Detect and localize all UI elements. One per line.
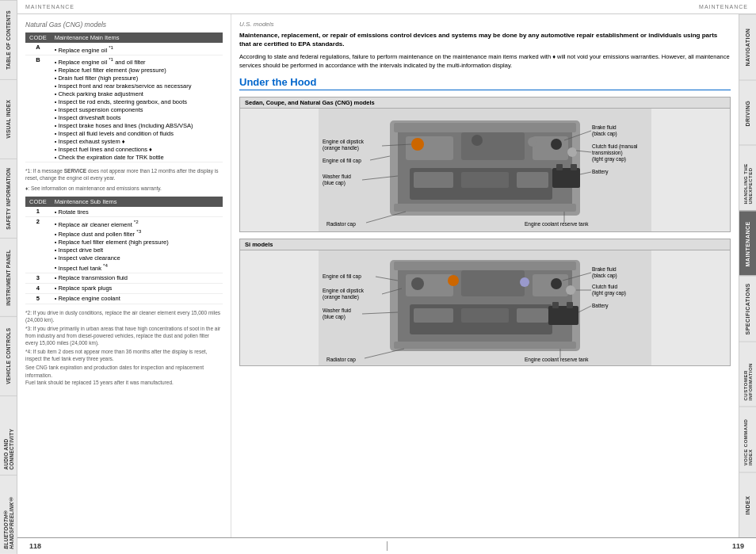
table-row: 3 Replace transmission fluid [25,273,223,283]
list-item: Rotate tires [55,208,219,216]
svg-rect-9 [517,172,548,188]
svg-text:Engine coolant reserve tank: Engine coolant reserve tank [525,357,589,363]
sidebar-item-maintenance[interactable]: MAINTENANCE [739,211,756,277]
svg-point-52 [448,275,459,286]
us-models-label: U.S. models [239,21,731,28]
left-maintenance-label: MAINTENANCE [25,2,74,11]
sub-table-header-code: CODE [25,197,51,207]
svg-rect-59 [394,262,576,270]
svg-text:Radiator cap: Radiator cap [326,221,356,227]
sidebar-item-visual-index[interactable]: VISUAL INDEX [0,79,17,159]
svg-rect-8 [461,172,509,188]
footnote-4: *4: If sub item 2 does not appear more t… [25,348,223,362]
svg-text:(orange handle): (orange handle) [323,294,359,300]
table-row: A Replace engine oil *1 [25,43,223,55]
svg-text:Brake fluid: Brake fluid [592,266,617,272]
left-column: Natural Gas (CNG) models CODE Maintenanc… [17,14,231,537]
right-nav: NAVIGATION DRIVING HANDLING THE UNEXPECT… [739,14,756,537]
list-item: Inspect valve clearance [55,254,219,262]
svg-text:Battery: Battery [592,303,609,309]
main-table-header-items: Maintenance Main Items [51,32,223,43]
svg-point-53 [520,277,529,287]
footnote-3: *3: If you drive primarily in urban area… [25,325,223,346]
svg-rect-60 [394,342,576,349]
svg-rect-17 [571,164,577,170]
list-item: Inspect fuel lines and connections ♦ [55,145,219,153]
footer-divider [387,541,388,551]
svg-rect-58 [567,302,573,308]
svg-text:Radiator cap: Radiator cap [326,357,356,363]
code-b: B [25,55,51,162]
svg-point-54 [551,278,562,289]
svg-point-10 [411,138,424,151]
svg-text:(orange handle): (orange handle) [323,145,359,151]
code-1-items: Rotate tires [51,207,223,217]
svg-point-14 [567,147,577,157]
table-row: 5 Replace engine coolant [25,293,223,304]
table-row: 2 Replace air cleaner element *2 Replace… [25,217,223,273]
sidebar-item-safety[interactable]: SAFETY INFORMATION [0,159,17,238]
svg-rect-18 [394,123,576,132]
svg-rect-5 [533,136,568,160]
si-diagram-title: Si models [240,239,730,250]
svg-point-55 [566,285,575,295]
code-5-items: Replace engine coolant [51,293,223,304]
left-nav: TABLE OF CONTENTS VISUAL INDEX SAFETY IN… [0,0,17,554]
page-footer: 118 119 [17,537,756,554]
sidebar-item-voice[interactable]: VOICE COMMAND INDEX [739,407,756,472]
sidebar-item-navigation[interactable]: NAVIGATION [739,14,756,80]
svg-rect-19 [394,204,576,212]
code-1: 1 [25,207,51,217]
svg-text:(black cap): (black cap) [592,273,617,279]
list-item: Inspect fuel tank *4 [55,262,219,272]
main-items-table: CODE Maintenance Main Items A Replace en… [25,32,223,162]
sidebar-item-audio[interactable]: AUDIO AND CONNECTIVITY [0,395,17,475]
svg-text:(black cap): (black cap) [592,131,617,137]
cng-section-title: Natural Gas (CNG) models [25,21,223,29]
under-the-hood-title: Under the Hood [239,76,731,90]
code-b-items: Replace engine oil *1 and oil filter Rep… [51,55,223,162]
list-item: Replace fuel filter element (low pressur… [55,66,219,74]
sidebar-item-vehicle-controls[interactable]: VEHICLE CONTROLS [0,316,17,395]
table-row: 4 Replace spark plugs [25,283,223,293]
list-item: Inspect exhaust system ♦ [55,137,219,145]
list-item: Drain fuel filter (high pressure) [55,74,219,82]
sidebar-item-instrument-panel[interactable]: INSTRUMENT PANEL [0,238,17,317]
svg-text:Battery: Battery [592,169,609,175]
sidebar-item-specifications[interactable]: SPECIFICATIONS [739,276,756,342]
svg-rect-16 [556,164,563,170]
sidebar-item-customer[interactable]: CUSTOMER INFORMATION [739,342,756,407]
code-2-items: Replace air cleaner element *2 Replace d… [51,217,223,273]
list-item: Replace air cleaner element *2 [55,218,219,228]
sedan-diagram-title: Sedan, Coupe, and Natural Gas (CNG) mode… [240,97,730,109]
sidebar-item-bluetooth[interactable]: BLUETOOTH® HANDSFREELINK® [0,475,17,554]
svg-text:Washer fluid: Washer fluid [323,174,351,179]
si-diagram-content: Engine oil fill cap Engine oil dipstick … [240,250,730,365]
svg-text:Engine oil fill cap: Engine oil fill cap [323,158,361,164]
svg-text:Washer fluid: Washer fluid [323,308,351,313]
list-item: Check the expiration date for TRK bottle [55,153,219,161]
list-item: Check parking brake adjustment [55,90,219,97]
sidebar-item-index[interactable]: INDEX [739,472,756,538]
svg-text:(blue cap): (blue cap) [323,314,346,320]
right-maintenance-label: MAINTENANCE [699,2,748,11]
table-row: B Replace engine oil *1 and oil filter R… [25,55,223,162]
list-item: Replace transmission fluid [55,274,219,282]
svg-rect-57 [552,302,559,308]
list-item: Inspect drive belt [55,246,219,254]
svg-text:Engine coolant reserve tank: Engine coolant reserve tank [525,221,589,227]
list-item: Inspect driveshaft boots [55,113,219,121]
sidebar-item-driving[interactable]: DRIVING [739,80,756,146]
sidebar-item-handling[interactable]: HANDLING THE UNEXPECTED [739,145,756,211]
list-item: Inspect tie rod ends, steering gearbox, … [55,97,219,105]
sidebar-item-toc[interactable]: TABLE OF CONTENTS [0,0,17,79]
svg-text:Engine oil dipstick: Engine oil dipstick [323,139,365,145]
svg-point-12 [528,137,537,147]
code-5: 5 [25,293,51,304]
svg-text:transmission): transmission) [592,150,623,156]
sedan-diagram-content: Engine oil dipstick (orange handle) Engi… [240,109,730,231]
footnote-diamond: ♦: See information on maintenance and em… [25,185,223,192]
svg-text:Clutch fluid: Clutch fluid [592,284,618,289]
sub-items-table: CODE Maintenance Sub Items 1 Rotate tire… [25,197,223,304]
list-item: Inspect front and rear brakes/service as… [55,82,219,90]
